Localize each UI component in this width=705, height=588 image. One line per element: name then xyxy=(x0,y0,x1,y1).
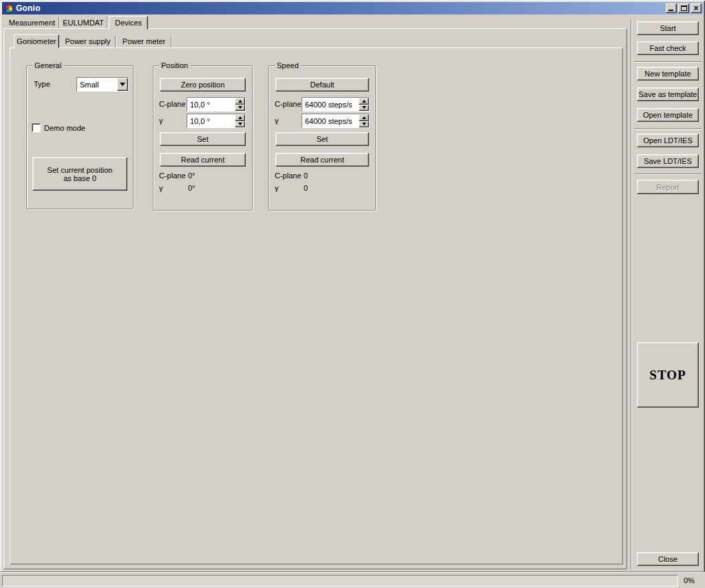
speed-cplane-label: C-plane xyxy=(275,100,302,109)
stop-button[interactable]: STOP xyxy=(637,342,699,408)
spin-down-button[interactable] xyxy=(235,105,245,112)
spin-up-button[interactable] xyxy=(359,114,369,121)
progress-bar xyxy=(2,575,678,587)
save-as-template-button[interactable]: Save as template xyxy=(637,87,699,101)
demo-mode-label[interactable]: Demo mode xyxy=(44,124,85,133)
type-label: Type xyxy=(34,80,50,89)
position-set-button[interactable]: Set xyxy=(160,132,246,146)
spin-up-button[interactable] xyxy=(235,114,245,121)
speed-current-cplane-label: C-plane xyxy=(275,171,302,180)
speed-gamma-label: γ xyxy=(275,116,279,125)
open-template-button[interactable]: Open template xyxy=(637,108,699,122)
position-groupbox: Position Zero position C-plane γ Set Rea… xyxy=(153,65,253,211)
speed-groupbox: Speed Default C-plane γ Set Read current… xyxy=(269,65,376,211)
position-cplane-label: C-plane xyxy=(159,100,186,109)
position-current-gamma-label: γ xyxy=(159,184,163,193)
report-button[interactable]: Report xyxy=(637,180,699,194)
speed-current-gamma-label: γ xyxy=(275,184,279,193)
speed-gamma-spinner[interactable] xyxy=(302,114,370,128)
tab-eulumdat[interactable]: EULUMDAT xyxy=(60,17,107,29)
chevron-down-icon xyxy=(120,83,125,86)
position-current-gamma-value: 0° xyxy=(188,184,196,193)
zero-position-button[interactable]: Zero position xyxy=(160,78,246,92)
demo-mode-checkbox[interactable] xyxy=(32,123,41,132)
general-groupbox: General Type Demo mode Set current posit… xyxy=(26,65,134,209)
spin-down-icon xyxy=(238,106,242,109)
set-base-button[interactable]: Set current position as base 0 xyxy=(32,157,127,191)
start-button[interactable]: Start xyxy=(637,21,699,35)
title-bar: Gonio × xyxy=(2,2,703,14)
speed-set-button[interactable]: Set xyxy=(275,132,369,146)
position-read-current-button[interactable]: Read current xyxy=(160,153,246,167)
minimize-icon xyxy=(669,10,673,11)
sidebar-divider xyxy=(631,19,632,569)
speed-cplane-input[interactable] xyxy=(302,98,359,111)
general-groupbox-title: General xyxy=(32,61,63,70)
type-dropdown[interactable] xyxy=(76,77,129,92)
progress-label: 0% xyxy=(684,576,695,585)
app-window: Gonio × Measurement EULUMDAT Devices Gon… xyxy=(0,0,705,588)
close-icon: × xyxy=(693,5,698,12)
subtab-goniometer[interactable]: Goniometer xyxy=(14,34,59,48)
position-current-cplane-label: C-plane xyxy=(159,171,186,180)
spin-down-button[interactable] xyxy=(235,121,245,128)
spin-up-icon xyxy=(362,100,366,103)
close-button[interactable]: Close xyxy=(637,552,699,566)
dropdown-button[interactable] xyxy=(117,78,128,91)
spin-down-icon xyxy=(362,106,366,109)
speed-current-gamma-value: 0 xyxy=(304,184,308,193)
spin-up-icon xyxy=(238,116,242,119)
spin-down-icon xyxy=(238,123,242,125)
spin-up-icon xyxy=(362,116,366,119)
speed-default-button[interactable]: Default xyxy=(275,78,369,92)
position-gamma-label: γ xyxy=(159,116,163,125)
position-gamma-spinner[interactable] xyxy=(187,114,246,128)
speed-current-cplane-value: 0 xyxy=(304,171,308,180)
position-cplane-input[interactable] xyxy=(187,98,235,111)
subtab-power-supply[interactable]: Power supply xyxy=(61,36,116,48)
close-window-button[interactable]: × xyxy=(691,3,702,13)
sidebar-separator xyxy=(634,61,702,63)
speed-gamma-input[interactable] xyxy=(302,114,359,127)
speed-cplane-spinner[interactable] xyxy=(302,97,370,112)
speed-groupbox-title: Speed xyxy=(275,61,301,70)
new-template-button[interactable]: New template xyxy=(637,67,699,81)
fast-check-button[interactable]: Fast check xyxy=(637,41,699,55)
position-current-cplane-value: 0° xyxy=(188,171,196,180)
status-bar: 0% xyxy=(0,571,705,588)
tab-devices[interactable]: Devices xyxy=(109,16,148,30)
window-title: Gonio xyxy=(16,3,41,13)
sidebar-separator xyxy=(634,174,702,175)
position-groupbox-title: Position xyxy=(159,61,190,70)
type-dropdown-value[interactable] xyxy=(77,78,117,91)
speed-read-current-button[interactable]: Read current xyxy=(275,153,369,167)
spin-down-button[interactable] xyxy=(359,121,369,128)
subtab-power-meter[interactable]: Power meter xyxy=(117,36,171,48)
sidebar-separator xyxy=(634,128,702,129)
spin-down-icon xyxy=(362,123,366,125)
spin-up-button[interactable] xyxy=(235,98,245,105)
spin-up-button[interactable] xyxy=(359,98,369,105)
save-ldt-ies-button[interactable]: Save LDT/IES xyxy=(637,154,699,168)
minimize-button[interactable] xyxy=(666,3,677,13)
position-gamma-input[interactable] xyxy=(187,114,235,127)
open-ldt-ies-button[interactable]: Open LDT/IES xyxy=(637,134,699,147)
tab-measurement[interactable]: Measurement xyxy=(6,17,59,29)
app-icon xyxy=(4,4,13,13)
spin-down-button[interactable] xyxy=(359,105,369,112)
spin-up-icon xyxy=(238,100,242,103)
maximize-button[interactable] xyxy=(678,3,689,13)
position-cplane-spinner[interactable] xyxy=(187,97,246,112)
maximize-icon xyxy=(681,6,687,11)
